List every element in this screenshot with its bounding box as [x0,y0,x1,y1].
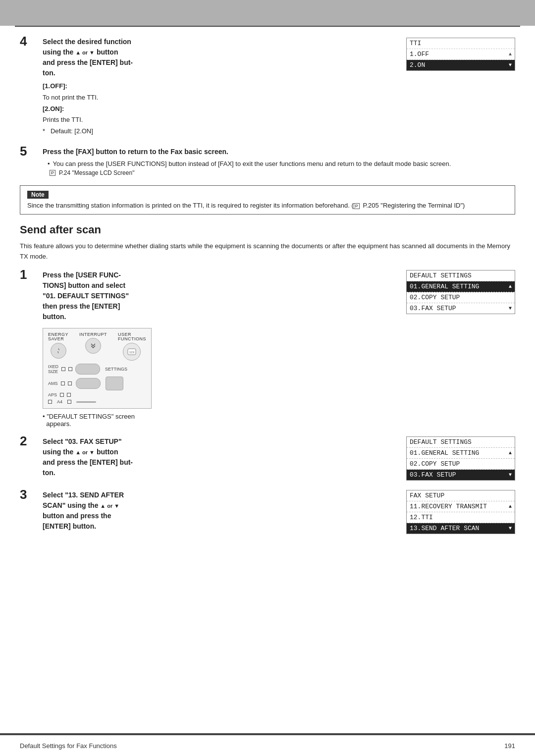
step-5: 5 Press the [FAX] button to return to th… [20,147,515,176]
footer-right: 191 [504,742,515,750]
note-box: Note Since the transmitting station info… [20,185,515,215]
sas-lcd-2: DEFAULT SETTINGS 01.GENERAL SETTING ▲ 02… [406,436,515,481]
step-4-lcd: TTI 1.OFF ▲ 2.ON ▼ [406,38,515,71]
section-title-send-after-scan: Send after scan [20,223,515,236]
note-label: Note [27,191,49,199]
step-4-line2: using the ▲ or ▼ button [43,48,118,56]
footer: Default Settings for Fax Functions 191 [0,734,535,756]
ams-label: AMS [48,381,58,386]
lcd2-copy-setup: 02.COPY SETUP [407,459,515,470]
step-4-sub-2on-label: [2.ON]: [43,104,398,114]
lcd3-down-arrow: ▼ [509,526,512,531]
fixed-size-label: IXEDSIZE [48,364,58,374]
lcd-fax-title: FAX SETUP [407,490,515,501]
lcd-2on-highlighted: 2.ON ▼ [407,60,515,70]
step-4-line3: and press the [ENTER] but- [43,58,133,66]
aps-chk1 [60,393,64,397]
lcd-down-arrow-1: ▼ [509,306,512,311]
step-4-sub-2on-text: Prints the TTI. [43,115,398,125]
ams-btn[interactable] [76,378,101,389]
sas-step-3-text: Select "13. SEND AFTERSCAN" using the ▲ … [43,490,398,532]
step-4-number: 4 [20,35,38,48]
step-5-ref: P P.24 "Message LCD Screen" [50,169,515,176]
step-4-right: TTI 1.OFF ▲ 2.ON ▼ [406,37,515,71]
step-5-ref-text: P.24 "Message LCD Screen" [59,169,134,176]
sas-lcd-1: DEFAULT SETTINGS 01.GENERAL SETTING ▲ 02… [406,270,515,314]
sas-step-2-number: 2 [20,434,38,447]
step-4-line1: Select the desired function [43,38,131,46]
sas-step-1-right: DEFAULT SETTINGS 01.GENERAL SETTING ▲ 02… [406,270,515,314]
section-desc: This feature allows you to determine whe… [20,241,515,262]
lcd-default-title: DEFAULT SETTINGS [407,270,515,281]
sas-step-1-bold: Press the [USER FUNC-TIONS] button and s… [43,271,129,321]
sas-step-3-right: FAX SETUP 11.RECOVERY TRANSMIT ▲ 12.TTI … [406,490,515,534]
settings-btn2[interactable] [106,377,123,390]
svg-text:123: 123 [129,351,135,354]
sas-step-2-right: DEFAULT SETTINGS 01.GENERAL SETTING ▲ 02… [406,436,515,481]
energy-saver-label: ENERGYSAVER [48,332,68,342]
lcd-arrow-up: ▲ [509,52,512,57]
lcd2-up-arrow: ▲ [509,450,512,456]
sas-step-1-content: Press the [USER FUNC-TIONS] button and s… [43,270,515,428]
fixed-size-btn[interactable] [75,364,100,375]
lcd3-send-after-scan: 13.SEND AFTER SCAN ▼ [407,523,515,534]
step-4-text: Select the desired function using the ▲ … [43,37,398,78]
settings-label: SETTINGS [105,367,127,372]
lcd3-recovery: 11.RECOVERY TRANSMIT ▲ [407,501,515,512]
step-4-layout: Select the desired function using the ▲ … [43,37,515,138]
sas-step-1: 1 Press the [USER FUNC-TIONS] button and… [20,270,515,428]
device-panel: ENERGYSAVER INTERRUPT [43,328,152,409]
sas-step-2-layout: Select "03. FAX SETUP"using the ▲ or ▼ b… [43,436,515,481]
step-5-bold: Press the [FAX] button to return to the … [43,148,228,156]
sas-step-1-number: 1 [20,268,38,281]
step-4: 4 Select the desired function using the … [20,37,515,138]
top-bar [0,0,535,26]
lcd-default-title-2: DEFAULT SETTINGS [407,437,515,448]
interrupt-btn[interactable] [85,338,101,354]
sas-step-3-number: 3 [20,488,38,501]
sas-step-3-content: Select "13. SEND AFTERSCAN" using the ▲ … [43,490,515,535]
a4-label: A4 [57,399,62,404]
lcd-title-tti: TTI [407,38,515,49]
energy-saver-btn[interactable] [51,343,66,359]
step-4-sub-default: * Default: [2.ON] [43,126,398,137]
lcd-copy-setup: 02.COPY SETUP [407,292,515,303]
step-4-sub-1off-label: [1.OFF]: [43,81,398,92]
step-4-content: Select the desired function using the ▲ … [43,37,515,138]
step-5-bullet: You can press the [USER FUNCTIONS] butto… [48,160,515,167]
step-5-text: Press the [FAX] button to return to the … [43,147,515,157]
step-4-line4: ton. [43,69,55,77]
lcd3-up-arrow: ▲ [509,504,512,509]
ams-chk1 [61,381,65,385]
fixed-size-chk1 [61,367,65,371]
lcd2-general-setting: 01.GENERAL SETTING ▲ [407,448,515,459]
lcd-up-arrow-1: ▲ [509,284,512,289]
sas-step-2-content: Select "03. FAX SETUP"using the ▲ or ▼ b… [43,436,515,481]
step-5-bullet-text: You can press the [USER FUNCTIONS] butto… [53,160,451,167]
sas-lcd-3: FAX SETUP 11.RECOVERY TRANSMIT ▲ 12.TTI … [406,490,515,534]
step-4-arrows: ▲ or ▼ [75,50,95,55]
sas-step-3: 3 Select "13. SEND AFTERSCAN" using the … [20,490,515,535]
user-functions-label: USERFUNCTIONS [118,332,146,342]
sas-step-2-left: Select "03. FAX SETUP"using the ▲ or ▼ b… [43,436,398,481]
lcd-fax-setup: 03.FAX SETUP ▼ [407,303,515,314]
step-4-sub-1off-text: To not print the TTI. [43,93,398,103]
sas-step-3-bold: Select "13. SEND AFTERSCAN" using the ▲ … [43,491,124,530]
step-4-left: Select the desired function using the ▲ … [43,37,398,138]
sas-step-2: 2 Select "03. FAX SETUP"using the ▲ or ▼… [20,436,515,481]
user-functions-btn[interactable]: 123 [123,343,141,361]
sas-appears-text: • "DEFAULT SETTINGS" screen appears. [43,413,398,428]
lcd3-tti: 12.TTI [407,512,515,523]
lcd-down-arrow: ▼ [509,62,512,68]
slider-bar [76,401,96,403]
lcd-1off: 1.OFF ▲ [407,49,515,60]
step-4-sub: [1.OFF]: To not print the TTI. [2.ON]: P… [43,81,398,137]
footer-left: Default Settings for Fax Functions [20,742,117,750]
sas-step-1-text: Press the [USER FUNC-TIONS] button and s… [43,270,398,322]
fixed-size-chk2 [68,367,72,371]
main-content: 4 Select the desired function using the … [0,27,535,553]
step-5-number: 5 [20,145,38,158]
aps-chk2 [67,393,71,397]
ref-icon: P [50,170,55,176]
sas-step-3-left: Select "13. SEND AFTERSCAN" using the ▲ … [43,490,398,535]
